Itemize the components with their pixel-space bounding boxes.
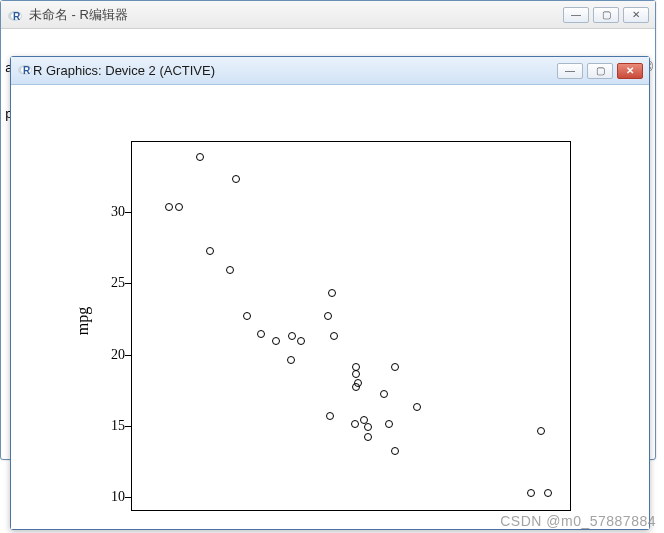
svg-text:R: R (23, 65, 31, 76)
data-point (352, 370, 360, 378)
data-point (287, 356, 295, 364)
graphics-close-button[interactable]: ✕ (617, 63, 643, 79)
data-point (226, 266, 234, 274)
y-tick-mark (125, 497, 131, 498)
data-point (380, 390, 388, 398)
y-axis-label: mpg (74, 307, 92, 335)
editor-minimize-button[interactable]: — (563, 7, 589, 23)
data-point (351, 420, 359, 428)
data-point (243, 312, 251, 320)
plot-wrap: mpg 1015202530 (61, 121, 591, 521)
data-point (232, 175, 240, 183)
data-point (272, 337, 280, 345)
data-point (175, 203, 183, 211)
editor-title: 未命名 - R编辑器 (29, 6, 128, 24)
close-icon: ✕ (626, 65, 634, 76)
data-point (537, 427, 545, 435)
y-tick-mark (125, 426, 131, 427)
y-tick-label: 30 (95, 204, 125, 220)
svg-text:R: R (13, 11, 21, 22)
y-tick-mark (125, 212, 131, 213)
data-point (364, 423, 372, 431)
data-point (364, 433, 372, 441)
editor-maximize-button[interactable]: ▢ (593, 7, 619, 23)
maximize-icon: ▢ (602, 9, 611, 20)
y-tick-mark (125, 355, 131, 356)
data-point (352, 383, 360, 391)
graphics-window: R R Graphics: Device 2 (ACTIVE) — ▢ ✕ mp… (10, 56, 650, 530)
y-tick-label: 10 (95, 489, 125, 505)
y-tick-mark (125, 283, 131, 284)
graphics-maximize-button[interactable]: ▢ (587, 63, 613, 79)
minimize-icon: — (571, 9, 581, 20)
data-point (330, 332, 338, 340)
data-point (527, 489, 535, 497)
data-point (544, 489, 552, 497)
data-point (352, 363, 360, 371)
y-tick-label: 25 (95, 275, 125, 291)
r-logo-icon: R (7, 7, 23, 23)
close-icon: ✕ (632, 9, 640, 20)
y-tick-label: 20 (95, 347, 125, 363)
data-point (196, 153, 204, 161)
y-tick-label: 15 (95, 418, 125, 434)
maximize-icon: ▢ (596, 65, 605, 76)
r-logo-icon: R (17, 61, 33, 80)
watermark-text: CSDN @m0_57887884 (500, 513, 656, 529)
data-point (413, 403, 421, 411)
graphics-titlebar[interactable]: R R Graphics: Device 2 (ACTIVE) — ▢ ✕ (11, 57, 649, 85)
data-point (288, 332, 296, 340)
data-point (206, 247, 214, 255)
editor-titlebar[interactable]: R 未命名 - R编辑器 — ▢ ✕ (1, 1, 655, 29)
data-point (257, 330, 265, 338)
minimize-icon: — (565, 65, 575, 76)
graphics-title: R Graphics: Device 2 (ACTIVE) (33, 63, 215, 78)
data-point (297, 337, 305, 345)
plot-box (131, 141, 571, 511)
data-point (324, 312, 332, 320)
graphics-body: mpg 1015202530 (11, 85, 649, 529)
data-point (385, 420, 393, 428)
data-point (328, 289, 336, 297)
data-point (326, 412, 334, 420)
graphics-minimize-button[interactable]: — (557, 63, 583, 79)
data-point (391, 363, 399, 371)
data-point (165, 203, 173, 211)
editor-close-button[interactable]: ✕ (623, 7, 649, 23)
data-point (391, 447, 399, 455)
